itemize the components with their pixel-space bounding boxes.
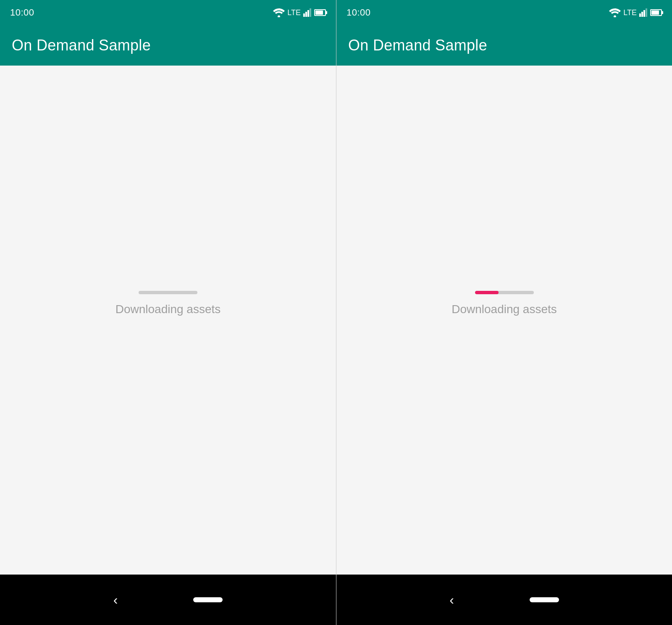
lte-label-right: LTE <box>623 8 637 17</box>
app-title-right: On Demand Sample <box>348 37 487 54</box>
screen-left: 10:00 LTE On Demand Sample <box>0 0 336 625</box>
svg-point-5 <box>614 15 616 17</box>
svg-rect-2 <box>305 12 307 17</box>
svg-rect-4 <box>310 8 311 17</box>
back-button-right[interactable]: ‹ <box>449 592 454 608</box>
status-icons-left: LTE <box>273 8 326 17</box>
app-bar-right: On Demand Sample <box>336 25 672 66</box>
back-button-left[interactable]: ‹ <box>113 592 118 608</box>
app-bar-left: On Demand Sample <box>0 25 336 66</box>
nav-bar-right: ‹ <box>336 575 672 625</box>
progress-bar-right <box>475 291 534 294</box>
home-button-left[interactable] <box>193 597 223 602</box>
signal-icon-right <box>639 8 648 17</box>
status-icons-right: LTE <box>609 8 662 17</box>
nav-bar-left: ‹ <box>0 575 336 625</box>
app-title-left: On Demand Sample <box>12 37 151 54</box>
battery-icon-left <box>314 9 326 16</box>
loading-section-right: Downloading assets <box>452 291 557 316</box>
loading-section-left: Downloading assets <box>116 291 221 316</box>
svg-point-0 <box>278 15 280 17</box>
svg-rect-7 <box>641 12 643 17</box>
content-area-left: Downloading assets <box>0 66 336 575</box>
home-button-right[interactable] <box>530 597 559 602</box>
svg-rect-8 <box>643 10 645 17</box>
loading-text-left: Downloading assets <box>116 303 221 316</box>
loading-text-right: Downloading assets <box>452 303 557 316</box>
battery-icon-right <box>650 9 662 16</box>
svg-rect-1 <box>303 13 305 17</box>
progress-fill-right <box>475 291 499 294</box>
signal-icon-left <box>303 8 312 17</box>
lte-label-left: LTE <box>287 8 301 17</box>
wifi-icon-left <box>273 8 285 17</box>
wifi-icon-right <box>609 8 621 17</box>
status-time-left: 10:00 <box>10 7 34 18</box>
svg-rect-9 <box>646 8 647 17</box>
content-area-right: Downloading assets <box>336 66 672 575</box>
svg-rect-3 <box>307 10 309 17</box>
screen-right: 10:00 LTE On Demand Sample <box>336 0 672 625</box>
status-time-right: 10:00 <box>346 7 371 18</box>
progress-bar-left <box>139 291 197 294</box>
svg-rect-6 <box>639 13 641 17</box>
status-bar-left: 10:00 LTE <box>0 0 336 25</box>
status-bar-right: 10:00 LTE <box>336 0 672 25</box>
